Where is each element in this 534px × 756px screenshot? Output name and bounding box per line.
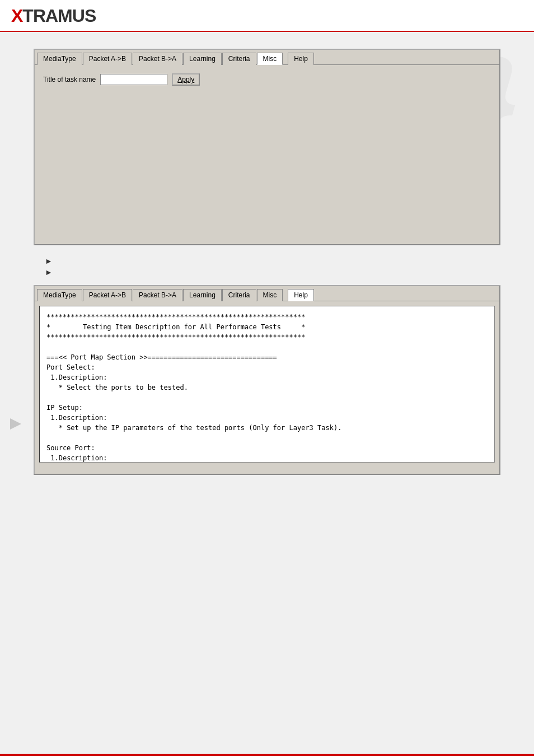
help-line-4 (46, 342, 488, 352)
arrow-item-2: ► (45, 268, 500, 277)
apply-button[interactable]: Apply (172, 73, 200, 86)
help-line-2: * Testing Item Description for All Perfo… (46, 322, 488, 332)
tab-misc-2[interactable]: Misc (257, 289, 283, 301)
logo-text: TRAMUS (22, 6, 96, 26)
tab-mediatype-2[interactable]: MediaType (37, 289, 82, 301)
tab-criteria[interactable]: Criteria (222, 53, 256, 65)
arrow-item-1: ► (45, 256, 500, 265)
help-line-8: * Select the ports to be tested. (46, 382, 488, 393)
help-content-area[interactable]: ****************************************… (39, 306, 495, 463)
help-line-1: ****************************************… (46, 312, 488, 322)
tab-packet-atob-2[interactable]: Packet A->B (83, 289, 132, 301)
help-line-7: 1.Description: (46, 372, 488, 382)
task-name-input[interactable] (100, 74, 167, 85)
tab-misc[interactable]: Misc (257, 53, 283, 65)
panel-bottom-padding (35, 467, 499, 474)
task-name-label: Title of task name (43, 76, 96, 83)
header: XTRAMUS (0, 0, 534, 32)
help-line-15: 1.Description: (46, 453, 488, 463)
svg-marker-0 (10, 418, 21, 430)
tab-help[interactable]: Help (288, 53, 314, 65)
help-line-6: Port Select: (46, 362, 488, 372)
tab-packet-atob[interactable]: Packet A->B (83, 53, 132, 65)
tab-learning-2[interactable]: Learning (183, 289, 222, 301)
help-line-12: * Set up the IP parameters of the tested… (46, 423, 488, 433)
tab-learning[interactable]: Learning (183, 53, 222, 65)
logo-x: X (11, 6, 22, 26)
tab-bar-2: MediaType Packet A->B Packet B->A Learni… (35, 286, 499, 301)
bottom-border (0, 754, 534, 756)
tab-mediatype[interactable]: MediaType (37, 53, 82, 65)
help-line-10: IP Setup: (46, 403, 488, 413)
help-line-11: 1.Description: (46, 413, 488, 423)
tab-criteria-2[interactable]: Criteria (222, 289, 256, 301)
panel-help: MediaType Packet A->B Packet B->A Learni… (34, 285, 500, 475)
panel-misc: MediaType Packet A->B Packet B->A Learni… (34, 49, 500, 245)
help-line-14: Source Port: (46, 443, 488, 453)
panel-misc-body: Title of task name Apply (35, 65, 499, 244)
arrow-bullet-icon-1: ► (45, 256, 53, 265)
logo: XTRAMUS (11, 6, 96, 26)
arrow-bullet-icon-2: ► (45, 268, 53, 277)
tab-packet-btoa[interactable]: Packet B->A (133, 53, 182, 65)
help-line-9 (46, 393, 488, 403)
help-line-5: ===<< Port Map Section >>===============… (46, 352, 488, 362)
main-content: } MediaType Packet A->B Packet B->A Lear… (0, 32, 534, 503)
task-name-row: Title of task name Apply (43, 73, 491, 86)
tab-bar-1: MediaType Packet A->B Packet B->A Learni… (35, 50, 499, 65)
help-line-13 (46, 433, 488, 443)
tab-help-2[interactable]: Help (288, 289, 314, 301)
arrow-list: ► ► (45, 256, 500, 277)
help-line-3: ****************************************… (46, 332, 488, 342)
tab-packet-btoa-2[interactable]: Packet B->A (133, 289, 182, 301)
side-arrow-decoration (10, 413, 27, 437)
